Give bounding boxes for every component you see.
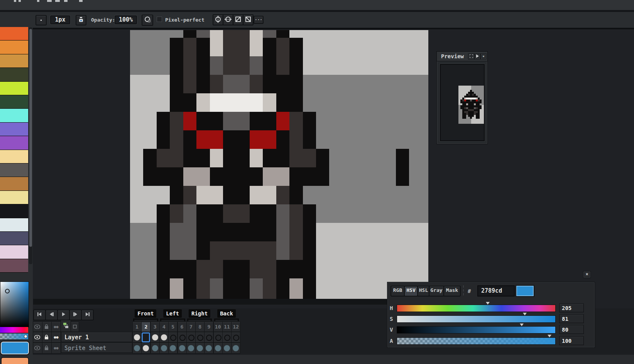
pixel-cell[interactable] <box>236 56 250 75</box>
pixel-cell[interactable] <box>343 149 356 167</box>
picker-close-button[interactable]: × <box>583 271 591 278</box>
pixel-cell[interactable] <box>196 223 210 241</box>
pixel-cell[interactable] <box>250 149 263 167</box>
pixel-cell[interactable] <box>289 30 303 38</box>
pixel-cell[interactable] <box>369 149 383 167</box>
pixel-cell[interactable] <box>356 260 369 278</box>
pixel-cell[interactable] <box>183 93 197 112</box>
pixel-cell[interactable] <box>236 260 250 278</box>
pixel-cell[interactable] <box>210 260 223 278</box>
cel[interactable] <box>159 332 169 343</box>
tab-hsv[interactable]: HSV <box>404 286 418 297</box>
pixel-cell[interactable] <box>276 56 290 75</box>
palette-swatch[interactable] <box>0 177 28 190</box>
pixel-cell[interactable] <box>303 186 316 204</box>
pixel-cell[interactable] <box>157 278 170 297</box>
cel[interactable] <box>132 332 142 343</box>
slider-value-v[interactable]: 80 <box>559 325 584 334</box>
pixel-cell[interactable] <box>170 186 183 204</box>
frame-number[interactable]: 5 <box>168 322 178 332</box>
pixel-cell[interactable] <box>223 167 237 186</box>
current-color-swatch[interactable] <box>516 285 534 297</box>
tab-gray[interactable]: Gray <box>429 286 444 297</box>
slider-marker[interactable] <box>548 335 551 337</box>
pixel-cell[interactable] <box>263 167 276 186</box>
pixel-cell[interactable] <box>236 167 250 186</box>
pixel-cell[interactable] <box>276 93 290 112</box>
symmetry-vertical-button[interactable] <box>213 14 223 25</box>
pixel-cell[interactable] <box>183 75 197 93</box>
pixel-cell[interactable] <box>143 167 157 186</box>
pixel-cell[interactable] <box>369 130 383 149</box>
pixel-cell[interactable] <box>316 130 330 149</box>
pixel-cell[interactable] <box>276 30 290 38</box>
pixel-cell[interactable] <box>343 260 356 278</box>
pixel-cell[interactable] <box>196 75 210 93</box>
slider-a[interactable] <box>397 337 556 345</box>
pixel-cell[interactable] <box>276 223 290 241</box>
pixel-cell[interactable] <box>183 112 197 130</box>
pixel-cell[interactable] <box>170 278 183 297</box>
frame-number[interactable]: 1 <box>132 322 142 332</box>
slider-v[interactable] <box>397 326 556 334</box>
pixel-cell[interactable] <box>143 260 157 278</box>
pixel-cell[interactable] <box>422 38 428 56</box>
cel[interactable] <box>222 343 232 354</box>
frame-number[interactable]: 11 <box>222 322 232 332</box>
pixel-cell[interactable] <box>289 204 303 223</box>
pixel-cell[interactable] <box>289 93 303 112</box>
pixel-cell[interactable] <box>250 93 263 112</box>
pixel-cell[interactable] <box>183 241 197 260</box>
pixel-cell[interactable] <box>303 167 316 186</box>
palette-swatch[interactable] <box>0 204 28 218</box>
pixel-cell[interactable] <box>303 130 316 149</box>
symmetry-more-button[interactable]: ... <box>254 16 264 24</box>
pixel-cell[interactable] <box>143 93 157 112</box>
pixel-cell[interactable] <box>130 130 144 149</box>
pixel-cell[interactable] <box>183 204 197 223</box>
pixel-cell[interactable] <box>382 204 396 223</box>
brush-size-field[interactable]: 1px <box>50 15 70 24</box>
pixel-cell[interactable] <box>303 241 316 260</box>
layer-eye-toggle[interactable] <box>33 332 42 343</box>
pixel-cell[interactable] <box>329 75 343 93</box>
pixel-cell[interactable] <box>130 260 144 278</box>
pixel-cell[interactable] <box>157 93 170 112</box>
pixel-cell[interactable] <box>223 93 237 112</box>
pixel-cell[interactable] <box>316 260 330 278</box>
pixel-cell[interactable] <box>210 223 223 241</box>
frame-number[interactable]: 6 <box>178 322 187 332</box>
pixel-cell[interactable] <box>289 167 303 186</box>
pixel-cell[interactable] <box>409 241 423 260</box>
pixel-cell[interactable] <box>289 241 303 260</box>
cel[interactable] <box>204 343 213 354</box>
pixel-cell[interactable] <box>143 223 157 241</box>
pixel-cell[interactable] <box>157 149 170 167</box>
pixel-cell[interactable] <box>356 149 369 167</box>
palette-swatch[interactable] <box>0 245 28 259</box>
pixel-cell[interactable] <box>263 112 276 130</box>
pixel-cell[interactable] <box>329 149 343 167</box>
preview-title-bar[interactable]: Preview × <box>437 52 487 61</box>
pixel-cell[interactable] <box>303 56 316 75</box>
header-lock-cell[interactable] <box>42 322 52 332</box>
palette-swatch[interactable] <box>0 109 28 122</box>
pixel-cell[interactable] <box>316 75 330 93</box>
pixel-cell[interactable] <box>223 278 237 297</box>
cel[interactable] <box>132 343 142 354</box>
pixel-cell[interactable] <box>250 223 263 241</box>
pixel-cell[interactable] <box>409 130 423 149</box>
pixel-cell[interactable] <box>356 278 369 297</box>
pixel-cell[interactable] <box>196 38 210 56</box>
pixel-cell[interactable] <box>223 130 237 149</box>
pixel-cell[interactable] <box>157 260 170 278</box>
pixel-cell[interactable] <box>236 93 250 112</box>
menu-bar[interactable] <box>0 0 634 10</box>
pixel-cell[interactable] <box>316 204 330 223</box>
tab-mask[interactable]: Mask <box>443 286 461 297</box>
pixel-cell[interactable] <box>343 75 356 93</box>
pixel-cell[interactable] <box>263 38 276 56</box>
pixel-cell[interactable] <box>329 30 343 38</box>
pixel-cell[interactable] <box>170 112 183 130</box>
pixel-cell[interactable] <box>183 38 197 56</box>
